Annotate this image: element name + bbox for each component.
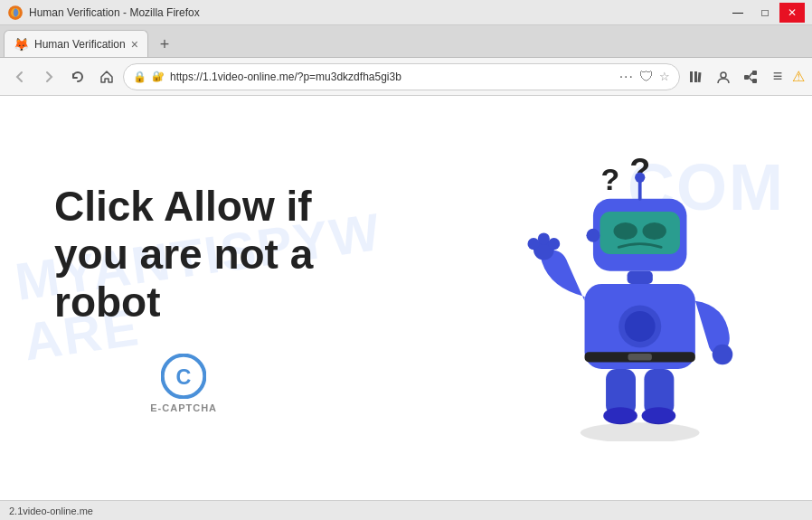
alert-icon: ⚠ bbox=[792, 68, 805, 85]
reload-icon bbox=[71, 70, 85, 84]
svg-point-21 bbox=[635, 172, 645, 182]
svg-rect-3 bbox=[694, 71, 697, 82]
svg-point-19 bbox=[586, 228, 600, 241]
svg-point-29 bbox=[527, 238, 539, 250]
svg-point-18 bbox=[643, 222, 666, 240]
maximize-button[interactable]: □ bbox=[752, 3, 778, 23]
svg-point-31 bbox=[548, 238, 560, 250]
svg-text:C: C bbox=[176, 364, 192, 388]
content-inner: Click Allow if you are not a robot C E-C… bbox=[0, 96, 812, 500]
close-button[interactable]: ✕ bbox=[779, 3, 805, 23]
window-title-left: Human Verification - Mozilla Firefox bbox=[7, 5, 200, 21]
svg-line-10 bbox=[749, 77, 752, 80]
svg-point-35 bbox=[603, 407, 637, 424]
window-controls: — □ ✕ bbox=[725, 3, 805, 23]
svg-line-9 bbox=[749, 72, 752, 77]
svg-rect-4 bbox=[698, 71, 702, 81]
window-title-bar: Human Verification - Mozilla Firefox — □… bbox=[0, 0, 812, 25]
tab-close-button[interactable]: × bbox=[131, 37, 138, 52]
status-text: 2.1video-online.me bbox=[9, 506, 93, 516]
url-text: https://1.1video-online.me/?p=mu3dkzdfha… bbox=[170, 71, 614, 83]
back-icon bbox=[13, 70, 27, 84]
home-button[interactable] bbox=[94, 64, 119, 90]
extensions-icon bbox=[742, 69, 759, 85]
reload-button[interactable] bbox=[65, 64, 90, 90]
robot-illustration: ? ? bbox=[523, 152, 776, 445]
back-button[interactable] bbox=[7, 64, 33, 90]
toolbar-right: ≡ ⚠ bbox=[684, 64, 805, 90]
svg-rect-7 bbox=[752, 71, 757, 75]
main-heading: Click Allow if you are not a robot bbox=[54, 183, 313, 326]
svg-point-30 bbox=[538, 232, 550, 244]
library-button[interactable] bbox=[684, 64, 709, 90]
tab-bar: 🦊 Human Verification × + bbox=[0, 25, 812, 58]
browser-content: MYANTISPYW ARE COM Click Allow if you ar… bbox=[0, 96, 812, 500]
svg-rect-8 bbox=[752, 79, 757, 83]
menu-button[interactable]: ≡ bbox=[765, 64, 790, 90]
tab-title: Human Verification bbox=[34, 38, 126, 51]
home-icon bbox=[99, 70, 114, 84]
svg-rect-2 bbox=[690, 71, 693, 82]
address-bar: 🔒 🔐 https://1.1video-online.me/?p=mu3dkz… bbox=[0, 58, 812, 96]
sync-button[interactable] bbox=[711, 64, 736, 90]
forward-icon bbox=[42, 70, 56, 84]
firefox-logo-icon bbox=[7, 5, 24, 21]
svg-rect-27 bbox=[628, 354, 652, 361]
svg-rect-16 bbox=[600, 211, 679, 253]
shield-check-icon: 🛡 bbox=[639, 69, 654, 85]
heading-line3: robot bbox=[54, 279, 313, 326]
url-more-icon[interactable]: ··· bbox=[619, 69, 634, 85]
robot-svg: ? ? bbox=[523, 152, 749, 441]
content-left: Click Allow if you are not a robot C E-C… bbox=[54, 183, 313, 413]
security-shield-icon: 🔒 bbox=[133, 71, 146, 83]
sync-icon bbox=[715, 69, 732, 85]
active-tab[interactable]: 🦊 Human Verification × bbox=[4, 30, 148, 57]
svg-point-36 bbox=[642, 407, 676, 424]
forward-button[interactable] bbox=[36, 64, 61, 90]
lock-icon: 🔐 bbox=[152, 71, 165, 82]
captcha-label: E-CAPTCHA bbox=[150, 402, 217, 413]
svg-text:?: ? bbox=[600, 162, 619, 196]
heading-line1: Click Allow if bbox=[54, 183, 313, 231]
svg-point-17 bbox=[614, 222, 637, 240]
extensions-button[interactable] bbox=[738, 64, 763, 90]
status-bar: 2.1video-online.me bbox=[0, 500, 812, 520]
svg-point-25 bbox=[625, 311, 656, 342]
window-title-text: Human Verification - Mozilla Firefox bbox=[29, 6, 200, 19]
tab-favicon-icon: 🦊 bbox=[14, 37, 29, 52]
new-tab-button[interactable]: + bbox=[152, 32, 177, 57]
svg-point-32 bbox=[713, 344, 733, 364]
captcha-logo-icon: C bbox=[161, 354, 206, 399]
minimize-button[interactable]: — bbox=[725, 3, 751, 23]
library-icon bbox=[688, 69, 704, 85]
bookmark-icon[interactable]: ☆ bbox=[659, 70, 670, 83]
svg-point-37 bbox=[581, 422, 700, 441]
captcha-badge: C E-CAPTCHA bbox=[54, 354, 313, 413]
svg-point-5 bbox=[721, 72, 726, 78]
heading-line2: you are not a bbox=[54, 231, 313, 279]
svg-rect-22 bbox=[628, 270, 653, 283]
svg-rect-6 bbox=[744, 75, 749, 80]
url-bar[interactable]: 🔒 🔐 https://1.1video-online.me/?p=mu3dkz… bbox=[123, 63, 680, 90]
